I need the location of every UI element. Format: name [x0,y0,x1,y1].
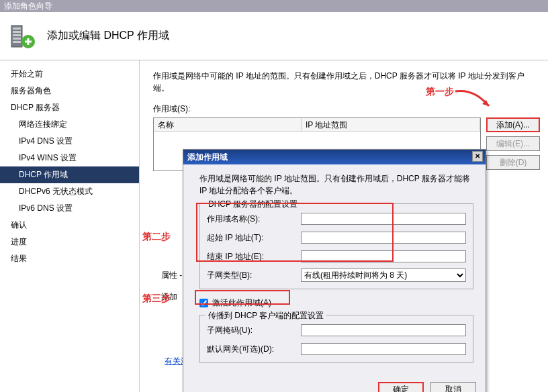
sidebar-item-confirm[interactable]: 确认 [0,217,139,234]
sidebar-item-scopes[interactable]: DHCP 作用域 [0,166,139,183]
cancel-button[interactable]: 取消 [430,382,476,392]
dialog-title-text: 添加作用域 [187,150,228,164]
svg-rect-5 [13,41,21,43]
wizard-header: 添加或编辑 DHCP 作用域 [0,12,548,60]
client-config-group-label: 传播到 DHCP 客户端的配置设置 [205,310,326,322]
end-ip-label: 结束 IP 地址(E): [207,251,301,262]
activate-scope-checkbox[interactable] [199,299,208,307]
subnet-mask-label: 子网掩码(U): [207,325,301,336]
sidebar-item-dhcpv6[interactable]: DHCPv6 无状态模式 [0,183,139,200]
config-group-label: DHCP 服务器的配置设置 [205,199,300,210]
description-text: 作用域是网络中可能的 IP 地址的范围。只有创建作用域之后，DHCP 服务器才可… [153,70,540,94]
wizard-steps-sidebar: 开始之前 服务器角色 DHCP 服务器 网络连接绑定 IPv4 DNS 设置 I… [0,60,140,392]
svg-rect-1 [13,28,21,30]
dialog-close-button[interactable]: ✕ [472,151,483,162]
sidebar-item-ipv4dns[interactable]: IPv4 DNS 设置 [0,133,139,150]
activate-scope-label: 激活此作用域(A) [212,297,271,309]
start-ip-label: 起始 IP 地址(T): [207,232,301,244]
column-name[interactable]: 名称 [154,118,302,131]
scope-name-label: 作用域名称(S): [207,213,301,225]
dhcp-server-icon [9,23,36,50]
window-titlebar: 添加角色向导 [0,0,548,12]
svg-rect-3 [13,34,21,36]
sidebar-item-progress[interactable]: 进度 [0,234,139,250]
subnet-type-select[interactable]: 有线(租用持续时间将为 8 天) [301,268,466,282]
activate-scope-row[interactable]: 激活此作用域(A) [199,295,473,311]
scope-name-input[interactable] [301,213,466,225]
client-config-group: 传播到 DHCP 客户端的配置设置 子网掩码(U): 默认网关(可选)(D): [199,315,473,363]
window-title-text: 添加角色向导 [4,1,52,11]
scopes-list-label: 作用域(S): [153,103,540,115]
svg-rect-2 [13,31,21,33]
properties-label: 属性 - [161,270,182,281]
default-gateway-input[interactable] [301,343,466,355]
subnet-mask-input[interactable] [301,324,466,336]
default-gateway-label: 默认网关(可选)(D): [207,344,301,355]
sidebar-item-roles[interactable]: 服务器角色 [0,83,139,99]
start-ip-input[interactable] [301,232,466,244]
sidebar-item-before[interactable]: 开始之前 [0,66,139,83]
sidebar-item-dhcp[interactable]: DHCP 服务器 [0,99,139,116]
sidebar-item-result[interactable]: 结果 [0,250,139,267]
add-scope-button[interactable]: 添加(A)... [486,117,540,132]
column-ip-range[interactable]: IP 地址范围 [302,118,480,131]
svg-rect-4 [13,38,21,40]
edit-scope-button: 编辑(E)... [486,136,540,151]
add-sub-label: 添加 [161,291,177,303]
config-group: DHCP 服务器的配置设置 作用域名称(S): 起始 IP 地址(T): 结束 … [199,203,473,289]
sidebar-item-ipv6dns[interactable]: IPv6 DNS 设置 [0,200,139,217]
add-scope-dialog: 添加作用域 ✕ 作用域是网络可能的 IP 地址范围。只有创建作用域后，DHCP … [183,149,486,392]
dialog-titlebar[interactable]: 添加作用域 ✕ [183,150,486,164]
subnet-type-label: 子网类型(B): [207,270,301,281]
ok-button[interactable]: 确定 [378,382,424,392]
sidebar-item-ipv4wins[interactable]: IPv4 WINS 设置 [0,150,139,166]
dialog-description: 作用域是网络可能的 IP 地址范围。只有创建作用域后，DHCP 服务器才能将 I… [199,173,473,197]
sidebar-item-bindings[interactable]: 网络连接绑定 [0,116,139,133]
page-title: 添加或编辑 DHCP 作用域 [47,29,169,43]
end-ip-input[interactable] [301,250,466,262]
delete-scope-button: 删除(D) [486,155,540,170]
